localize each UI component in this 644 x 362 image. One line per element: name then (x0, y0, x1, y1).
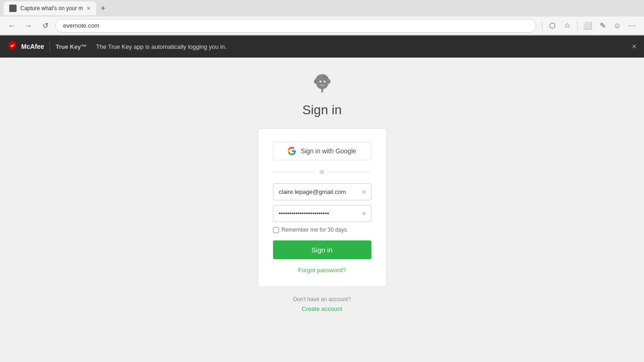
back-icon: ← (8, 22, 16, 30)
divider-line-right (329, 172, 371, 172)
nav-separator (542, 21, 542, 30)
signin-card: Sign in with Google or ✳ ✳ Remember me f… (258, 128, 387, 287)
tab-favicon-icon (9, 5, 17, 12)
nav-bar: ← → ↺ evernote.com ⬡ ☆ ⬜ ✎ ☺ ⋯ (0, 17, 644, 35)
forward-icon: → (25, 22, 32, 30)
page-content: Sign in Sign in with Google or ✳ (0, 58, 644, 362)
evernote-logo (310, 71, 334, 97)
extensions-button[interactable]: ⬡ (546, 19, 559, 32)
remember-me-checkbox[interactable] (273, 227, 279, 233)
mcafee-shield-icon (7, 41, 17, 53)
password-truekey-icon[interactable]: ✳ (361, 210, 367, 217)
no-account-text: Don't have an account? (293, 296, 351, 303)
forgot-password-link[interactable]: Forgot password? (273, 267, 371, 274)
browser-chrome: Capture what's on your m × + ← → ↺ evern… (0, 0, 644, 35)
email-input-wrapper: ✳ (273, 183, 371, 200)
back-button[interactable]: ← (6, 19, 18, 32)
password-input-wrapper: ✳ (273, 205, 371, 222)
mcafee-brand-label: McAfee (21, 43, 44, 50)
tab-close-button[interactable]: × (87, 5, 90, 12)
divider: or (273, 169, 371, 175)
tab-label: Capture what's on your m (20, 5, 83, 12)
bookmark-button[interactable]: ☆ (561, 19, 574, 32)
tab-bar: Capture what's on your m × + (0, 0, 644, 17)
mcafee-banner: McAfee True Key™ The True Key app is aut… (0, 35, 644, 58)
mcafee-message-text: The True Key app is automatically loggin… (96, 43, 627, 50)
mcafee-divider (50, 41, 50, 52)
mcafee-truekey-label: True Key™ (56, 43, 87, 50)
split-view-button[interactable]: ⬜ (581, 19, 594, 32)
password-input[interactable] (273, 205, 371, 222)
emoji-button[interactable]: ☺ (611, 19, 624, 32)
active-tab[interactable]: Capture what's on your m × (4, 1, 96, 15)
email-truekey-icon[interactable]: ✳ (361, 188, 367, 196)
address-text: evernote.com (63, 22, 99, 29)
below-card: Don't have an account? Create account (293, 296, 351, 313)
nav-actions: ⬡ ☆ ⬜ ✎ ☺ ⋯ (540, 19, 638, 32)
new-tab-button[interactable]: + (98, 4, 109, 13)
signin-submit-button[interactable]: Sign in (273, 240, 371, 259)
refresh-button[interactable]: ↺ (39, 19, 52, 32)
google-signin-label: Sign in with Google (301, 147, 356, 155)
forward-button[interactable]: → (22, 19, 35, 32)
divider-text: or (319, 169, 325, 175)
create-account-link[interactable]: Create account (302, 305, 342, 312)
remember-me-label: Remember me for 30 days (282, 227, 347, 233)
google-logo-icon (288, 147, 296, 155)
nav-separator-2 (577, 21, 578, 30)
remember-me-row: Remember me for 30 days (273, 227, 371, 233)
google-signin-button[interactable]: Sign in with Google (273, 142, 371, 160)
address-bar[interactable]: evernote.com (55, 19, 536, 33)
mcafee-close-button[interactable]: × (632, 42, 637, 52)
more-button[interactable]: ⋯ (626, 19, 638, 32)
mcafee-logo: McAfee True Key™ (7, 41, 87, 53)
divider-line-left (273, 172, 315, 172)
annotate-button[interactable]: ✎ (596, 19, 609, 32)
refresh-icon: ↺ (42, 21, 48, 30)
email-input[interactable] (273, 183, 371, 200)
page-title: Sign in (302, 103, 342, 117)
